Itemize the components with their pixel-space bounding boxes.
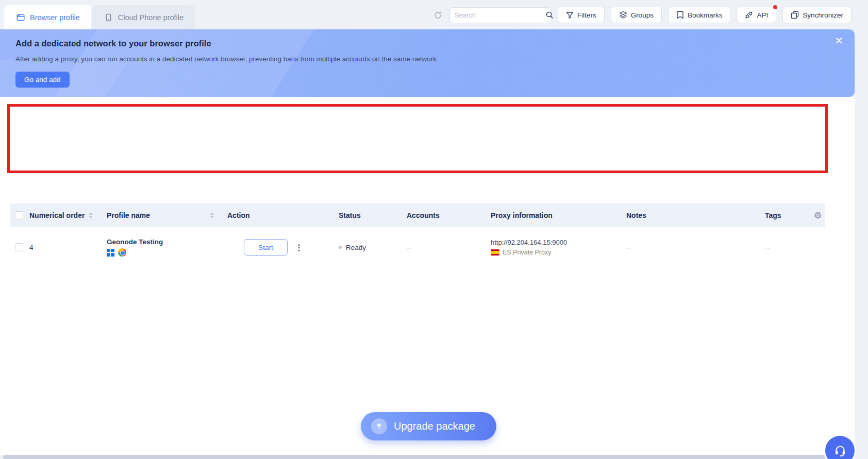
header-action: Action bbox=[227, 211, 250, 219]
row-checkbox[interactable] bbox=[15, 243, 23, 251]
sort-icon-profile-name[interactable] bbox=[210, 212, 214, 218]
filters-label: Filters bbox=[577, 11, 596, 19]
header-status: Status bbox=[339, 211, 361, 219]
table-header-row: Numerical order Profile name Action Stat… bbox=[10, 203, 825, 227]
api-label: API bbox=[757, 11, 768, 19]
synchronizer-label: Synchronizer bbox=[803, 11, 843, 19]
windows-os-icon bbox=[107, 249, 114, 257]
tab-cloud-phone-profile-label: Cloud Phone profile bbox=[118, 13, 183, 22]
tab-browser-profile-label: Browser profile bbox=[30, 13, 80, 22]
bookmarks-button[interactable]: Bookmarks bbox=[668, 7, 731, 23]
column-settings-gear-icon[interactable]: ⚙ bbox=[814, 210, 822, 221]
toolbar: Filters Groups Bookmarks API Synchronize… bbox=[433, 7, 852, 23]
synchronizer-button[interactable]: Synchronizer bbox=[782, 7, 852, 23]
select-all-checkbox[interactable] bbox=[15, 211, 23, 219]
header-notes: Notes bbox=[626, 211, 646, 219]
top-bar: Browser profile Cloud Phone profile Filt… bbox=[0, 0, 855, 29]
phone-icon bbox=[104, 12, 114, 23]
bookmarks-label: Bookmarks bbox=[688, 11, 723, 19]
profiles-table: Numerical order Profile name Action Stat… bbox=[10, 203, 825, 267]
tab-cloud-phone-profile[interactable]: Cloud Phone profile bbox=[92, 5, 195, 29]
header-tags: Tags bbox=[765, 211, 781, 219]
status-label: Ready bbox=[346, 244, 366, 251]
refresh-icon[interactable] bbox=[433, 10, 443, 20]
notes-value: -- bbox=[626, 244, 631, 251]
api-notification-dot bbox=[773, 5, 777, 9]
accounts-value: -- bbox=[407, 244, 411, 251]
header-proxy-information: Proxy information bbox=[491, 211, 553, 219]
api-plug-icon bbox=[745, 11, 753, 19]
banner-description: After adding a proxy, you can run accoun… bbox=[15, 55, 439, 63]
arrow-up-icon bbox=[371, 418, 387, 434]
search-icon[interactable] bbox=[545, 10, 554, 20]
profiles-panel: Numerical order Profile name Action Stat… bbox=[0, 97, 855, 455]
upgrade-package-button[interactable]: Upgrade package bbox=[361, 412, 496, 440]
groups-label: Groups bbox=[631, 11, 654, 19]
profile-tabs: Browser profile Cloud Phone profile bbox=[4, 5, 195, 29]
chrome-browser-icon bbox=[118, 248, 126, 257]
proxy-url: http://92.204.164.15:9000 bbox=[491, 239, 567, 246]
headset-icon bbox=[833, 444, 847, 458]
filters-button[interactable]: Filters bbox=[558, 7, 605, 23]
proxy-location: ES,Private Proxy bbox=[503, 249, 551, 256]
banner-title: Add a dedicated network to your browser … bbox=[15, 39, 211, 48]
spain-flag-icon bbox=[491, 249, 499, 256]
tags-value: -- bbox=[765, 244, 770, 251]
start-button[interactable]: Start bbox=[244, 239, 288, 256]
profile-name: Geonode Testing bbox=[107, 238, 163, 246]
groups-button[interactable]: Groups bbox=[611, 7, 662, 23]
upgrade-package-label: Upgrade package bbox=[394, 420, 475, 432]
tab-browser-profile[interactable]: Browser profile bbox=[4, 5, 91, 29]
search-input[interactable] bbox=[455, 11, 545, 19]
go-and-add-button[interactable]: Go and add bbox=[15, 72, 70, 88]
search-box bbox=[449, 7, 552, 23]
dedicated-network-banner: Add a dedicated network to your browser … bbox=[0, 29, 855, 97]
layers-icon bbox=[619, 11, 627, 19]
horizontal-scrollbar[interactable] bbox=[3, 455, 855, 459]
table-row: 4 Geonode Testing Start ⋮ Ready bbox=[10, 227, 825, 267]
header-accounts: Accounts bbox=[407, 211, 440, 219]
close-icon[interactable]: ✕ bbox=[834, 36, 843, 46]
more-actions-kebab-icon[interactable]: ⋮ bbox=[295, 243, 303, 252]
browser-window-icon bbox=[15, 12, 26, 23]
bookmark-icon bbox=[676, 11, 684, 19]
windows-cascade-icon bbox=[791, 11, 799, 19]
row-numerical-order: 4 bbox=[29, 244, 34, 251]
header-numerical-order: Numerical order bbox=[29, 211, 85, 219]
api-button[interactable]: API bbox=[737, 7, 776, 23]
status-dot bbox=[339, 246, 342, 249]
filter-funnel-icon bbox=[566, 11, 574, 19]
sort-icon-numerical-order[interactable] bbox=[89, 212, 93, 218]
header-profile-name: Profile name bbox=[107, 211, 150, 219]
